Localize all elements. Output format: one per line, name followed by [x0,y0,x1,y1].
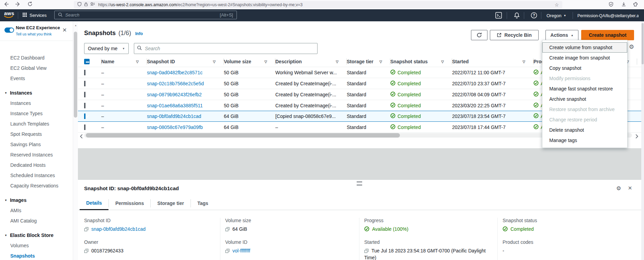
close-icon[interactable]: ✕ [62,27,67,33]
sidebar-item-launch-templates[interactable]: Launch Templates [0,119,73,129]
reload-icon[interactable] [27,1,33,7]
actions-button[interactable]: Actions▲ [545,30,578,40]
sidebar-item-reserved-instances[interactable]: Reserved Instances [0,150,73,160]
snapshot-id-link[interactable]: snap-0bf0afd9b24cb1cad [147,113,201,119]
scroll-right-icon[interactable] [635,134,639,140]
copy-icon[interactable] [364,248,371,253]
sidebar-item-amis[interactable]: AMIs [0,205,73,216]
row-checkbox[interactable] [84,113,85,119]
sidebar-section-instances[interactable]: ▼Instances [0,88,73,98]
scroll-up-arrow-icon[interactable]: ▲ [74,24,77,26]
table-search-input[interactable] [144,45,314,52]
scroll-left-icon[interactable] [80,134,83,140]
sidebar-item-events[interactable]: Events [0,73,73,84]
sidebar-item-spot-requests[interactable]: Spot Requests [0,129,73,139]
sidebar-item-instance-types[interactable]: Instance Types [0,108,73,119]
bookmark-star-icon[interactable]: ☆ [554,2,559,8]
download-icon[interactable] [621,2,626,8]
column-header-description[interactable]: Description▽ [275,56,347,67]
create-snapshot-button[interactable]: Create snapshot [581,30,634,40]
refresh-button[interactable] [471,30,487,40]
menu-item-archive-snapshot[interactable]: Archive snapshot [542,94,627,104]
column-header-name[interactable]: Name▽ [101,56,147,67]
region-selector[interactable]: Oregon▼ [547,13,566,18]
sidebar-section-elastic-block-store[interactable]: ▼Elastic Block Store [0,230,73,240]
global-search[interactable]: Search [Alt+S] [54,11,237,19]
tab-details[interactable]: Details [80,197,108,210]
sidebar-item-instances[interactable]: Instances [0,98,73,108]
filter-funnel-icon[interactable]: ▽ [336,60,338,64]
lock-icon[interactable] [84,2,88,8]
snapshot-id-link[interactable]: snap-0879b96243f26efb2 [147,92,202,97]
row-checkbox[interactable] [84,70,85,75]
tab-tags[interactable]: Tags [191,197,215,210]
row-checkbox[interactable] [84,124,85,130]
services-menu[interactable]: Services [23,13,47,18]
shield-icon[interactable] [77,2,82,8]
scrollbar-thumb[interactable] [74,32,77,118]
cloudshell-icon[interactable] [495,12,502,20]
row-checkbox[interactable] [84,92,85,97]
snapshot-id-link[interactable]: snap-0ad0482fbe2c8571c [147,70,203,75]
column-header-storage-tier[interactable]: Storage tier▽ [347,56,390,67]
filter-funnel-icon[interactable]: ▽ [379,60,382,64]
filter-funnel-icon[interactable]: ▽ [522,60,525,64]
menu-item-manage-tags[interactable]: Manage tags [542,135,627,145]
row-checkbox[interactable] [84,103,85,108]
filter-funnel-icon[interactable]: ▽ [136,60,139,64]
account-menu[interactable]: Permission-QA/llu@stellarcyber.ai [577,13,639,18]
sidebar-item-ec2-dashboard[interactable]: EC2 Dashboard [0,53,73,63]
sidebar-item-savings-plans[interactable]: Savings Plans [0,139,73,150]
menu-item-create-image-from-snapshot[interactable]: Create image from snapshot [542,53,627,63]
field-value-link[interactable]: snap-0bf0afd9b24cb1cad [91,226,146,232]
back-icon[interactable] [3,1,9,7]
ownership-filter-dropdown[interactable]: Owned by me ▼ [84,43,129,54]
snapshot-id-link[interactable]: snap-02c18b7568e2c5e5d [147,81,204,86]
help-icon[interactable]: ? [531,12,537,20]
shield-check-icon[interactable] [609,2,613,8]
sidebar-item-ami-catalog[interactable]: AMI Catalog [0,216,73,226]
copy-icon[interactable] [225,248,232,253]
filter-funnel-icon[interactable]: ▽ [213,60,216,64]
field-value-link[interactable]: vol-ffffffff [232,248,250,253]
recycle-bin-button[interactable]: Recycle Bin [490,30,539,40]
scrollbar-thumb[interactable] [642,23,644,64]
sidebar-item-capacity-reservations[interactable]: Capacity Reservations [0,181,73,191]
url-bar[interactable]: https://us-west-2.console.aws.amazon.com… [74,1,562,8]
tab-storage-tier[interactable]: Storage tier [151,197,191,210]
tab-permissions[interactable]: Permissions [109,197,150,210]
extensions-puzzle-icon[interactable] [633,2,638,8]
row-checkbox[interactable] [84,81,85,86]
panel-drag-handle-icon[interactable] [357,182,362,185]
sidebar-item-scheduled-instances[interactable]: Scheduled Instances [0,170,73,181]
filter-funnel-icon[interactable]: ▽ [264,60,267,64]
sidebar-scrollbar[interactable]: ▲ [73,21,78,260]
table-settings-gear-icon[interactable]: ⚙ [629,43,634,51]
copy-icon[interactable] [84,248,91,253]
aws-logo[interactable]: aws [4,11,14,18]
column-header-snapshot-id[interactable]: Snapshot ID▽ [147,56,224,67]
permissions-icon[interactable] [90,2,95,7]
column-header-snapshot-status[interactable]: Snapshot status▽ [390,56,452,67]
snapshot-id-link[interactable]: snap-01ae68a6a3885f511 [147,103,203,108]
menu-item-copy-snapshot[interactable]: Copy snapshot [542,63,627,73]
panel-close-icon[interactable]: ✕ [628,185,632,191]
sidebar-item-snapshots[interactable]: Snapshots [0,251,73,260]
menu-item-delete-snapshot[interactable]: Delete snapshot [542,125,627,135]
copy-icon[interactable] [84,226,91,232]
snapshot-id-link[interactable]: snap-08058c67e979a09fb [147,124,203,130]
table-search[interactable] [134,43,318,54]
banner-feedback-link[interactable]: Tell us what you think [16,32,52,36]
column-header-volume-size[interactable]: Volume size▽ [224,56,275,67]
sidebar-section-images[interactable]: ▼Images [0,195,73,205]
info-link[interactable]: Info [135,31,143,36]
new-experience-toggle[interactable] [4,28,14,33]
copy-icon[interactable] [225,226,232,232]
column-header-started[interactable]: Started▽ [452,56,533,67]
horizontal-scrollbar-thumb[interactable] [86,133,400,138]
sidebar-item-volumes[interactable]: Volumes [0,240,73,251]
menu-item-create-volume-from-snapshot[interactable]: Create volume from snapshot [542,42,627,53]
page-scrollbar[interactable] [641,21,644,260]
menu-item-manage-fast-snapshot-restore[interactable]: Manage fast snapshot restore [542,84,627,94]
select-all-checkbox[interactable] [84,59,90,64]
